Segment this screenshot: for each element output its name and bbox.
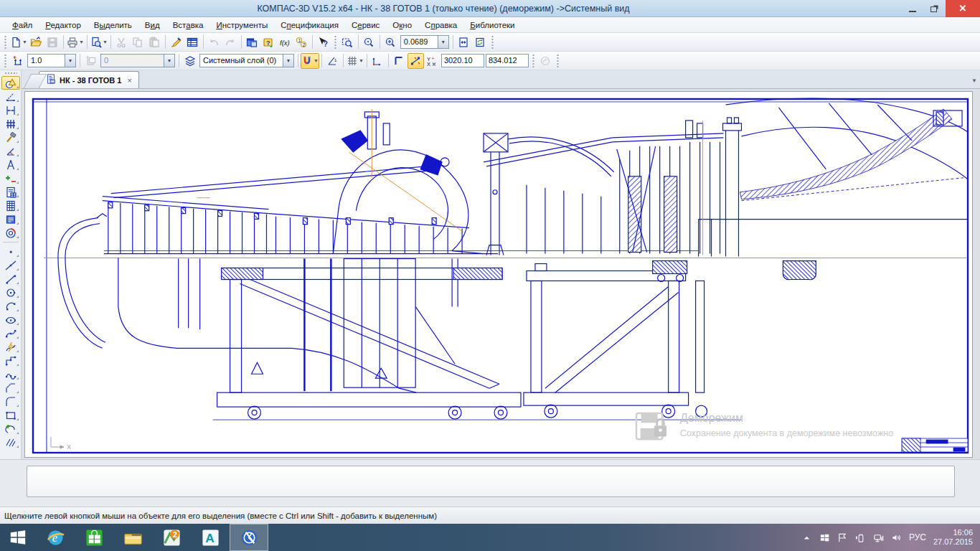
editing-hammer-button[interactable] [1, 131, 20, 144]
numbered-params-button[interactable]: 12 [293, 34, 310, 50]
menu-Окно[interactable]: Окно [386, 19, 418, 32]
windows-logo-icon[interactable] [819, 532, 830, 543]
clock[interactable]: 16:06 27.07.2015 [933, 528, 973, 547]
close-button[interactable]: ✕ [946, 0, 980, 17]
snap-points-button[interactable] [407, 53, 424, 69]
toolbar-gripper[interactable] [491, 36, 494, 49]
open-folder-button[interactable] [28, 34, 44, 50]
zoom-scale-combo[interactable]: 0.0689▼ [400, 35, 449, 49]
window-manager-button[interactable] [244, 34, 260, 50]
current-layer-combo[interactable]: Системный слой (0)▼ [199, 54, 294, 67]
tool-chamfer-button[interactable] [1, 381, 20, 395]
tray-expand-icon[interactable] [801, 532, 812, 543]
menu-Редактор[interactable]: Редактор [39, 19, 88, 32]
refresh-view-button[interactable] [472, 34, 489, 50]
start-button[interactable] [0, 524, 36, 551]
internet-explorer-taskbar-button[interactable]: e [36, 524, 75, 551]
dropdown-arrow-icon[interactable]: ▼ [79, 39, 84, 44]
insert-view-button[interactable] [1, 212, 20, 226]
measure-compass-button[interactable] [1, 158, 20, 171]
geometry-button[interactable] [1, 76, 20, 90]
dropdown-arrow-icon[interactable]: ▼ [103, 39, 108, 44]
tool-polyline-button[interactable] [1, 354, 20, 367]
tool-equidistant-button[interactable] [1, 340, 20, 354]
autodesk-taskbar-button[interactable]: A [191, 524, 230, 551]
windows-store-taskbar-button[interactable] [75, 524, 113, 551]
coord-x-field[interactable]: 3020.10 [441, 54, 484, 67]
menu-Спецификация[interactable]: Спецификация [274, 19, 345, 32]
step-snap-button[interactable] [9, 53, 26, 69]
combo-arrow-icon[interactable]: ▼ [438, 35, 449, 49]
report-doc-button[interactable] [1, 199, 20, 212]
tool-hatch-button[interactable] [1, 435, 20, 449]
ortho-mode-button[interactable] [391, 53, 407, 69]
snap-magnet-button[interactable]: ▼ [301, 53, 319, 69]
volume-icon[interactable] [891, 532, 902, 543]
menu-Вставка[interactable]: Вставка [166, 19, 210, 32]
menu-Библиотеки[interactable]: Библиотеки [463, 19, 521, 32]
menu-Справка[interactable]: Справка [418, 19, 463, 32]
tool-ellipse-button[interactable] [1, 313, 20, 326]
tool-spline-button[interactable] [1, 367, 20, 381]
menu-Файл[interactable]: Файл [6, 19, 39, 32]
angle-snap-button[interactable]: 1 [324, 53, 341, 69]
drawing-canvas[interactable]: X Деморежим [22, 89, 980, 459]
format-brush-button[interactable] [168, 34, 184, 50]
menu-Вид[interactable]: Вид [138, 19, 166, 32]
app-round-button[interactable] [1, 226, 20, 240]
menu-Выделить[interactable]: Выделить [88, 19, 138, 32]
step-value-value[interactable]: 1.0 [27, 54, 65, 67]
coord-y-field[interactable]: 834.012 [486, 54, 529, 67]
fit-page-button[interactable] [456, 34, 472, 50]
tab-overflow-icon[interactable]: ▼ [971, 77, 977, 84]
action-flag-icon[interactable] [837, 532, 848, 543]
coords-yx-button[interactable]: Y+X [424, 53, 440, 69]
panel-gripper[interactable] [4, 72, 17, 75]
help-book-button[interactable]: ? [260, 34, 277, 50]
tool-aux-line-button[interactable] [1, 258, 20, 272]
tool-bezier-button[interactable] [1, 326, 20, 340]
combo-arrow-icon[interactable]: ▼ [283, 54, 294, 67]
tool-arc-button[interactable] [1, 299, 20, 313]
specification-doc-button[interactable] [1, 185, 20, 199]
dropdown-arrow-icon[interactable]: ▼ [314, 58, 319, 63]
zoom-frame-button[interactable] [339, 34, 356, 50]
toolbar-gripper[interactable] [334, 36, 337, 49]
combo-arrow-icon[interactable]: ▼ [65, 54, 76, 67]
tool-segment-button[interactable] [1, 272, 20, 286]
toolbar-gripper[interactable] [532, 55, 535, 67]
print-preview-button[interactable]: ▼ [90, 34, 108, 50]
toolbar-gripper[interactable] [4, 36, 7, 49]
layers-button[interactable] [182, 53, 198, 69]
restore-button[interactable] [923, 0, 946, 17]
kompas-3d-taskbar-button[interactable] [230, 524, 268, 551]
dimensions-button[interactable] [1, 90, 20, 103]
menu-Сервис[interactable]: Сервис [345, 19, 386, 32]
zoom-selection-button[interactable] [361, 34, 377, 50]
dimension-edit-button[interactable] [1, 103, 20, 117]
network-icon[interactable] [873, 532, 884, 543]
zoom-scale-value[interactable]: 0.0689 [400, 35, 438, 49]
tool-contour-button[interactable] [1, 422, 20, 435]
parametrization-button[interactable] [1, 144, 20, 158]
current-layer-value[interactable]: Системный слой (0) [199, 54, 283, 67]
select-plusminus-button[interactable] [1, 171, 20, 185]
gis-maps-taskbar-button[interactable]: 2 [152, 524, 191, 551]
document-tab[interactable]: НК - 38 ГОТОВ 1 × [39, 71, 139, 88]
toolbar-gripper[interactable] [556, 55, 560, 67]
tab-close-icon[interactable]: × [126, 76, 132, 85]
language-indicator[interactable]: РУС [909, 532, 926, 542]
drawing-sheet[interactable]: X Деморежим [24, 91, 973, 458]
file-explorer-taskbar-button[interactable] [113, 524, 152, 551]
help-cursor-button[interactable]: ? [315, 34, 331, 50]
dropdown-arrow-icon[interactable]: ▼ [359, 58, 364, 63]
menu-Инструменты[interactable]: Инструменты [209, 19, 274, 32]
designations-button[interactable] [1, 117, 20, 131]
step-value-combo[interactable]: 1.0▼ [27, 54, 76, 67]
print-button[interactable]: ▼ [66, 34, 85, 50]
tool-point-button[interactable] [1, 245, 20, 258]
grid-button[interactable]: ▼ [346, 53, 364, 69]
tool-rectangle-button[interactable] [1, 408, 20, 422]
minimize-button[interactable] [901, 0, 923, 17]
tool-circle-button[interactable] [1, 286, 20, 299]
